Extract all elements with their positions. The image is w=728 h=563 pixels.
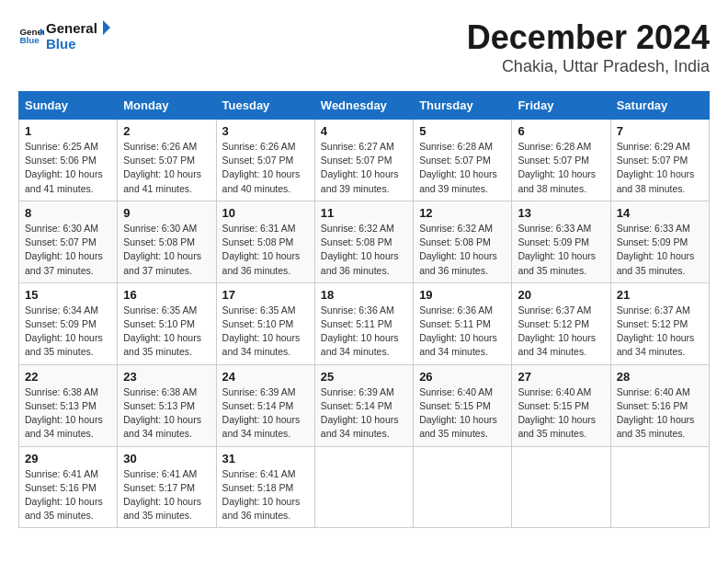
calendar-cell: 24Sunrise: 6:39 AM Sunset: 5:14 PM Dayli… — [216, 364, 314, 446]
day-info: Sunrise: 6:40 AM Sunset: 5:16 PM Dayligh… — [617, 385, 703, 442]
day-number: 26 — [419, 370, 506, 384]
day-info: Sunrise: 6:30 AM Sunset: 5:07 PM Dayligh… — [25, 222, 111, 278]
calendar-cell: 15Sunrise: 6:34 AM Sunset: 5:09 PM Dayli… — [19, 282, 118, 364]
day-number: 15 — [25, 288, 111, 302]
calendar-cell: 16Sunrise: 6:35 AM Sunset: 5:10 PM Dayli… — [118, 282, 216, 364]
column-header-saturday: Saturday — [610, 92, 709, 120]
day-info: Sunrise: 6:27 AM Sunset: 5:07 PM Dayligh… — [321, 140, 407, 196]
day-number: 2 — [123, 124, 210, 138]
calendar-cell: 12Sunrise: 6:32 AM Sunset: 5:08 PM Dayli… — [414, 201, 512, 282]
svg-marker-6 — [103, 20, 110, 35]
calendar-cell — [512, 446, 610, 528]
day-info: Sunrise: 6:41 AM Sunset: 5:18 PM Dayligh… — [222, 467, 309, 523]
day-info: Sunrise: 6:34 AM Sunset: 5:09 PM Dayligh… — [25, 304, 111, 360]
day-number: 4 — [321, 124, 407, 138]
day-number: 28 — [617, 370, 703, 384]
calendar-cell: 25Sunrise: 6:39 AM Sunset: 5:14 PM Dayli… — [314, 364, 413, 446]
day-number: 14 — [617, 206, 703, 220]
day-info: Sunrise: 6:36 AM Sunset: 5:11 PM Dayligh… — [419, 304, 506, 360]
calendar-week-row: 29Sunrise: 6:41 AM Sunset: 5:16 PM Dayli… — [19, 446, 710, 528]
calendar-cell: 30Sunrise: 6:41 AM Sunset: 5:17 PM Dayli… — [118, 446, 216, 528]
column-header-wednesday: Wednesday — [314, 92, 413, 120]
calendar-cell: 9Sunrise: 6:30 AM Sunset: 5:08 PM Daylig… — [118, 201, 216, 282]
day-number: 12 — [419, 206, 506, 220]
logo-svg: General Blue — [46, 18, 110, 53]
logo-icon: General Blue — [18, 23, 44, 49]
day-info: Sunrise: 6:38 AM Sunset: 5:13 PM Dayligh… — [25, 385, 111, 442]
calendar-week-row: 22Sunrise: 6:38 AM Sunset: 5:13 PM Dayli… — [19, 364, 710, 446]
day-number: 3 — [222, 124, 309, 138]
calendar-cell: 23Sunrise: 6:38 AM Sunset: 5:13 PM Dayli… — [118, 364, 216, 446]
column-header-sunday: Sunday — [19, 92, 118, 120]
calendar-cell: 21Sunrise: 6:37 AM Sunset: 5:12 PM Dayli… — [610, 282, 709, 364]
calendar-cell: 13Sunrise: 6:33 AM Sunset: 5:09 PM Dayli… — [512, 201, 610, 282]
calendar-cell: 18Sunrise: 6:36 AM Sunset: 5:11 PM Dayli… — [314, 282, 413, 364]
calendar-cell: 2Sunrise: 6:26 AM Sunset: 5:07 PM Daylig… — [118, 120, 216, 201]
day-info: Sunrise: 6:39 AM Sunset: 5:14 PM Dayligh… — [321, 385, 407, 442]
calendar-cell: 27Sunrise: 6:40 AM Sunset: 5:15 PM Dayli… — [512, 364, 610, 446]
subtitle: Chakia, Uttar Pradesh, India — [467, 57, 710, 76]
calendar-cell: 17Sunrise: 6:35 AM Sunset: 5:10 PM Dayli… — [216, 282, 314, 364]
day-number: 20 — [518, 288, 604, 302]
day-number: 27 — [518, 370, 604, 384]
calendar-cell: 10Sunrise: 6:31 AM Sunset: 5:08 PM Dayli… — [216, 201, 314, 282]
day-number: 1 — [25, 124, 111, 138]
svg-text:Blue: Blue — [19, 35, 40, 45]
day-info: Sunrise: 6:40 AM Sunset: 5:15 PM Dayligh… — [518, 385, 604, 442]
day-number: 31 — [222, 452, 309, 465]
calendar-cell: 1Sunrise: 6:25 AM Sunset: 5:06 PM Daylig… — [19, 120, 118, 201]
header: General Blue General Blue December 2024 … — [18, 18, 710, 76]
svg-text:Blue: Blue — [46, 36, 76, 52]
day-info: Sunrise: 6:32 AM Sunset: 5:08 PM Dayligh… — [419, 222, 506, 278]
column-header-tuesday: Tuesday — [216, 92, 314, 120]
calendar-cell: 29Sunrise: 6:41 AM Sunset: 5:16 PM Dayli… — [19, 446, 118, 528]
calendar-header-row: SundayMondayTuesdayWednesdayThursdayFrid… — [19, 92, 710, 120]
calendar-cell: 20Sunrise: 6:37 AM Sunset: 5:12 PM Dayli… — [512, 282, 610, 364]
calendar-week-row: 8Sunrise: 6:30 AM Sunset: 5:07 PM Daylig… — [19, 201, 710, 282]
day-info: Sunrise: 6:35 AM Sunset: 5:10 PM Dayligh… — [222, 304, 309, 360]
calendar-cell: 26Sunrise: 6:40 AM Sunset: 5:15 PM Dayli… — [414, 364, 512, 446]
day-number: 6 — [518, 124, 604, 138]
day-info: Sunrise: 6:33 AM Sunset: 5:09 PM Dayligh… — [617, 222, 703, 278]
day-info: Sunrise: 6:39 AM Sunset: 5:14 PM Dayligh… — [222, 385, 309, 442]
calendar-cell: 22Sunrise: 6:38 AM Sunset: 5:13 PM Dayli… — [19, 364, 118, 446]
day-info: Sunrise: 6:31 AM Sunset: 5:08 PM Dayligh… — [222, 222, 309, 278]
calendar-cell — [314, 446, 413, 528]
column-header-friday: Friday — [512, 92, 610, 120]
day-number: 22 — [25, 370, 111, 384]
calendar-cell: 3Sunrise: 6:26 AM Sunset: 5:07 PM Daylig… — [216, 120, 314, 201]
day-info: Sunrise: 6:38 AM Sunset: 5:13 PM Dayligh… — [123, 385, 210, 442]
day-info: Sunrise: 6:37 AM Sunset: 5:12 PM Dayligh… — [518, 304, 604, 360]
calendar-cell — [414, 446, 512, 528]
day-number: 19 — [419, 288, 506, 302]
day-number: 23 — [123, 370, 210, 384]
column-header-monday: Monday — [118, 92, 216, 120]
day-info: Sunrise: 6:36 AM Sunset: 5:11 PM Dayligh… — [321, 304, 407, 360]
calendar-cell: 6Sunrise: 6:28 AM Sunset: 5:07 PM Daylig… — [512, 120, 610, 201]
day-number: 9 — [123, 206, 210, 220]
calendar-week-row: 1Sunrise: 6:25 AM Sunset: 5:06 PM Daylig… — [19, 120, 710, 201]
calendar-cell: 8Sunrise: 6:30 AM Sunset: 5:07 PM Daylig… — [19, 201, 118, 282]
calendar-table: SundayMondayTuesdayWednesdayThursdayFrid… — [18, 91, 710, 528]
calendar-cell — [610, 446, 709, 528]
calendar-cell: 7Sunrise: 6:29 AM Sunset: 5:07 PM Daylig… — [610, 120, 709, 201]
calendar-cell: 4Sunrise: 6:27 AM Sunset: 5:07 PM Daylig… — [314, 120, 413, 201]
day-info: Sunrise: 6:28 AM Sunset: 5:07 PM Dayligh… — [419, 140, 506, 196]
day-number: 10 — [222, 206, 309, 220]
calendar-cell: 28Sunrise: 6:40 AM Sunset: 5:16 PM Dayli… — [610, 364, 709, 446]
calendar-cell: 14Sunrise: 6:33 AM Sunset: 5:09 PM Dayli… — [610, 201, 709, 282]
logo: General Blue General Blue — [18, 18, 110, 53]
calendar-week-row: 15Sunrise: 6:34 AM Sunset: 5:09 PM Dayli… — [19, 282, 710, 364]
calendar-cell: 5Sunrise: 6:28 AM Sunset: 5:07 PM Daylig… — [414, 120, 512, 201]
day-number: 11 — [321, 206, 407, 220]
day-info: Sunrise: 6:37 AM Sunset: 5:12 PM Dayligh… — [617, 304, 703, 360]
day-number: 5 — [419, 124, 506, 138]
day-info: Sunrise: 6:33 AM Sunset: 5:09 PM Dayligh… — [518, 222, 604, 278]
main-title: December 2024 — [467, 18, 710, 57]
calendar-cell: 11Sunrise: 6:32 AM Sunset: 5:08 PM Dayli… — [314, 201, 413, 282]
calendar-cell: 31Sunrise: 6:41 AM Sunset: 5:18 PM Dayli… — [216, 446, 314, 528]
calendar-cell: 19Sunrise: 6:36 AM Sunset: 5:11 PM Dayli… — [414, 282, 512, 364]
column-header-thursday: Thursday — [414, 92, 512, 120]
day-info: Sunrise: 6:30 AM Sunset: 5:08 PM Dayligh… — [123, 222, 210, 278]
day-number: 29 — [25, 452, 111, 465]
